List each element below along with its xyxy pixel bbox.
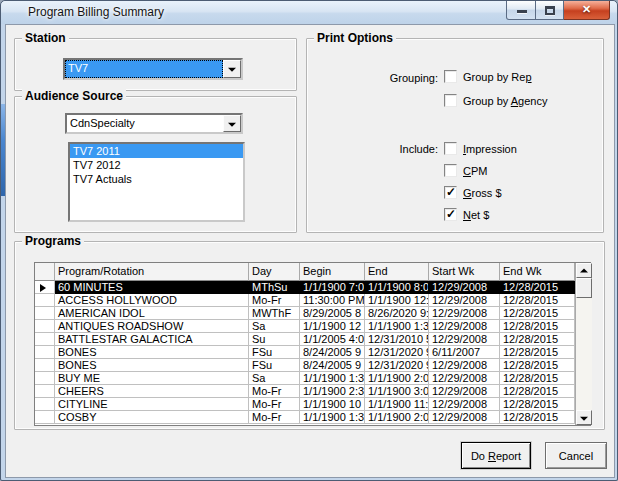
- checkbox-group-by-rep[interactable]: Group by Rep: [444, 69, 532, 84]
- table-cell[interactable]: 12/29/2008: [429, 372, 500, 385]
- table-cell[interactable]: 1/1/1900 3:0: [365, 385, 429, 398]
- checkbox-box[interactable]: [444, 208, 457, 221]
- table-cell[interactable]: 8/24/2005 9: [300, 359, 365, 372]
- table-row[interactable]: BATTLESTAR GALACTICASu1/1/2005 4:012/31/…: [35, 333, 575, 346]
- row-selector-cell[interactable]: [35, 281, 55, 294]
- table-row[interactable]: BONESFSu8/24/2005 912/31/2020 912/29/200…: [35, 359, 575, 372]
- row-selector-cell[interactable]: [35, 411, 55, 424]
- audience-source-listbox[interactable]: TV7 2011TV7 2012TV7 Actuals: [68, 142, 245, 222]
- column-header[interactable]: Start Wk: [429, 263, 500, 281]
- table-cell[interactable]: CHEERS: [55, 385, 249, 398]
- row-selector-cell[interactable]: [35, 372, 55, 385]
- programs-grid-scrollbar[interactable]: [575, 263, 592, 425]
- table-row[interactable]: ANTIQUES ROADSHOWSa1/1/1900 121/1/1900 1…: [35, 320, 575, 333]
- row-selector-cell[interactable]: [35, 320, 55, 333]
- table-cell[interactable]: Mo-Fr: [249, 385, 300, 398]
- table-cell[interactable]: MThSu: [249, 281, 300, 294]
- table-cell[interactable]: FSu: [249, 359, 300, 372]
- maximize-button[interactable]: [536, 1, 564, 20]
- list-item[interactable]: TV7 Actuals: [70, 172, 243, 186]
- table-cell[interactable]: 1/1/2005 4:0: [300, 333, 365, 346]
- table-cell[interactable]: 11:30:00 PM: [300, 294, 365, 307]
- table-cell[interactable]: 1/1/1900 2:0: [365, 372, 429, 385]
- table-cell[interactable]: 12/28/2015: [500, 385, 575, 398]
- station-combobox[interactable]: TV7: [63, 58, 243, 80]
- table-cell[interactable]: 12/29/2008: [429, 320, 500, 333]
- cancel-button[interactable]: Cancel: [545, 442, 607, 469]
- checkbox-gross[interactable]: Gross $: [444, 185, 502, 200]
- table-cell[interactable]: CITYLINE: [55, 398, 249, 411]
- table-cell[interactable]: Mo-Fr: [249, 294, 300, 307]
- table-row[interactable]: AMERICAN IDOLMWThF8/29/2005 88/26/2020 9…: [35, 307, 575, 320]
- table-cell[interactable]: 12/28/2015: [500, 307, 575, 320]
- table-cell[interactable]: Sa: [249, 320, 300, 333]
- checkbox-box[interactable]: [444, 186, 457, 199]
- row-selector-cell[interactable]: [35, 398, 55, 411]
- table-cell[interactable]: 12/29/2008: [429, 398, 500, 411]
- column-header[interactable]: Program/Rotation: [55, 263, 249, 281]
- table-row[interactable]: ACCESS HOLLYWOODMo-Fr11:30:00 PM1/1/1900…: [35, 294, 575, 307]
- checkbox-box[interactable]: [444, 70, 457, 83]
- table-cell[interactable]: 12/28/2015: [500, 398, 575, 411]
- table-cell[interactable]: 12/28/2015: [500, 294, 575, 307]
- checkbox-box[interactable]: [444, 142, 457, 155]
- row-selector-cell[interactable]: [35, 307, 55, 320]
- table-cell[interactable]: BONES: [55, 346, 249, 359]
- row-selector-cell[interactable]: [35, 359, 55, 372]
- table-cell[interactable]: 12/29/2008: [429, 307, 500, 320]
- table-cell[interactable]: 12/29/2008: [429, 333, 500, 346]
- table-cell[interactable]: 12/28/2015: [500, 411, 575, 424]
- table-cell[interactable]: 8/24/2005 9: [300, 346, 365, 359]
- table-cell[interactable]: 8/26/2020 9:: [365, 307, 429, 320]
- table-cell[interactable]: 1/1/1900 10: [300, 398, 365, 411]
- table-cell[interactable]: Mo-Fr: [249, 398, 300, 411]
- table-cell[interactable]: 12/28/2015: [500, 333, 575, 346]
- minimize-button[interactable]: [506, 1, 536, 20]
- scroll-down-button[interactable]: [576, 410, 592, 425]
- table-cell[interactable]: 60 MINUTES: [55, 281, 249, 294]
- table-cell[interactable]: 12/31/2020 9: [365, 359, 429, 372]
- table-cell[interactable]: ACCESS HOLLYWOOD: [55, 294, 249, 307]
- table-row[interactable]: COSBYMo-Fr1/1/1900 1:31/1/1900 2:012/29/…: [35, 411, 575, 424]
- table-cell[interactable]: 12/29/2008: [429, 281, 500, 294]
- audience-source-combobox[interactable]: CdnSpecialty: [65, 113, 243, 134]
- checkbox-cpm[interactable]: CPM: [444, 163, 487, 178]
- scrollbar-track[interactable]: [576, 298, 592, 410]
- column-header[interactable]: End: [365, 263, 429, 281]
- table-cell[interactable]: FSu: [249, 346, 300, 359]
- table-cell[interactable]: BONES: [55, 359, 249, 372]
- row-selector-cell[interactable]: [35, 333, 55, 346]
- table-cell[interactable]: BUY ME: [55, 372, 249, 385]
- list-item[interactable]: TV7 2011: [70, 144, 243, 158]
- table-cell[interactable]: 12/28/2015: [500, 346, 575, 359]
- station-combobox-dropdown-button[interactable]: [223, 60, 241, 78]
- table-cell[interactable]: 1/1/1900 12: [300, 320, 365, 333]
- table-cell[interactable]: 1/1/1900 2:3: [300, 385, 365, 398]
- row-selector-cell[interactable]: [35, 346, 55, 359]
- table-cell[interactable]: 12/28/2015: [500, 359, 575, 372]
- table-cell[interactable]: 1/1/1900 8:0: [365, 281, 429, 294]
- table-cell[interactable]: 12/31/2020 9: [365, 346, 429, 359]
- table-cell[interactable]: 12/28/2015: [500, 281, 575, 294]
- table-cell[interactable]: 6/11/2007: [429, 346, 500, 359]
- table-cell[interactable]: 12/28/2015: [500, 320, 575, 333]
- table-cell[interactable]: ANTIQUES ROADSHOW: [55, 320, 249, 333]
- table-cell[interactable]: 1/1/1900 1:3: [300, 411, 365, 424]
- table-row[interactable]: CITYLINEMo-Fr1/1/1900 101/1/1900 11:012/…: [35, 398, 575, 411]
- table-cell[interactable]: 12/29/2008: [429, 385, 500, 398]
- table-cell[interactable]: 12/28/2015: [500, 372, 575, 385]
- table-cell[interactable]: 1/1/1900 2:0: [365, 411, 429, 424]
- table-cell[interactable]: 12/29/2008: [429, 294, 500, 307]
- table-cell[interactable]: COSBY: [55, 411, 249, 424]
- column-header[interactable]: Day: [249, 263, 300, 281]
- table-cell[interactable]: 8/29/2005 8: [300, 307, 365, 320]
- table-cell[interactable]: 1/1/1900 1:3: [365, 320, 429, 333]
- table-cell[interactable]: 1/1/1900 1:3: [300, 372, 365, 385]
- scrollbar-thumb[interactable]: [576, 278, 592, 298]
- table-cell[interactable]: BATTLESTAR GALACTICA: [55, 333, 249, 346]
- table-cell[interactable]: Sa: [249, 372, 300, 385]
- table-cell[interactable]: MWThF: [249, 307, 300, 320]
- list-item[interactable]: TV7 2012: [70, 158, 243, 172]
- checkbox-group-by-agency[interactable]: Group by Agency: [444, 93, 547, 108]
- table-cell[interactable]: 12/29/2008: [429, 359, 500, 372]
